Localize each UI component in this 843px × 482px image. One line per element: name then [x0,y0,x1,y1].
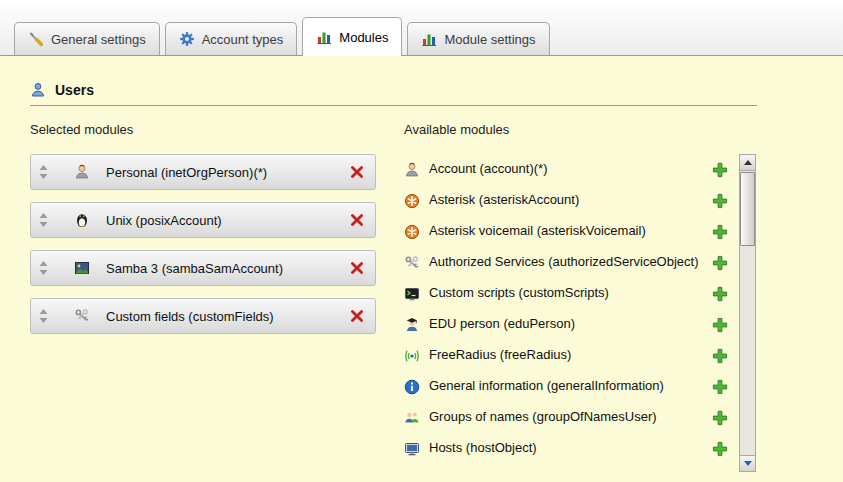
samba-photo-icon [74,260,90,276]
penguin-icon [74,212,90,228]
available-module-row: Asterisk (asteriskAccount) [404,185,734,216]
module-label: Personal (inetOrgPerson)(*) [106,165,349,180]
person-icon [74,164,90,180]
add-module-button[interactable] [712,410,728,426]
add-module-button[interactable] [712,193,728,209]
scroll-down-arrow-icon [744,461,752,466]
bar-chart-icon [421,31,437,47]
section-title: Users [55,82,94,98]
available-module-row: Authorized Services (authorizedServiceOb… [404,247,734,278]
module-label: Groups of names (groupOfNamesUser) [429,407,703,428]
person-icon [404,162,420,178]
selected-modules-column: Selected modules Personal (inetOrgPerson… [30,122,376,472]
lam-configuration-page: General settings Account types Modules M… [0,0,843,472]
selected-modules-heading: Selected modules [30,122,376,138]
module-label: Custom scripts (customScripts) [429,283,703,304]
tab-bar: General settings Account types Modules M… [0,0,843,56]
tab-modules[interactable]: Modules [302,17,402,56]
module-label: Asterisk (asteriskAccount) [429,190,703,211]
selected-module-row[interactable]: Custom fields (customFields) [30,298,376,334]
keys-icon [74,308,90,324]
tab-label: General settings [51,32,146,47]
tab-label: Modules [339,30,388,45]
modules-tab-content: Users Selected modules Personal (inetOrg… [0,56,843,472]
module-label: Custom fields (customFields) [106,309,349,324]
module-label: Authorized Services (authorizedServiceOb… [429,252,703,273]
asterisk-icon [404,193,420,209]
add-module-button[interactable] [712,441,728,457]
module-label: General information (generalInformation) [429,376,703,397]
module-label: Asterisk voicemail (asteriskVoicemail) [429,221,703,242]
module-label: Hosts (hostObject) [429,438,703,459]
terminal-icon [404,286,420,302]
available-modules-list: Account (account)(*) Asterisk (asteriskA… [404,154,756,472]
module-label: Unix (posixAccount) [106,213,349,228]
available-module-row: Hosts (hostObject) [404,433,734,464]
available-module-row: Groups of names (groupOfNamesUser) [404,402,734,433]
keys-icon [404,255,420,271]
add-module-button[interactable] [712,224,728,240]
add-module-button[interactable] [712,162,728,178]
edu-person-icon [404,317,420,333]
module-label: Account (account)(*) [429,159,703,180]
module-label: EDU person (eduPerson) [429,314,703,335]
available-module-row: General information (generalInformation) [404,371,734,402]
bar-chart-icon [316,29,332,45]
available-module-row: Custom scripts (customScripts) [404,278,734,309]
users-section-header: Users [30,82,757,106]
available-modules-column: Available modules Account (account)(*) [404,122,756,472]
available-modules-scrollbar[interactable] [739,154,756,472]
available-module-row: EDU person (eduPerson) [404,309,734,340]
group-icon [404,410,420,426]
selected-module-row[interactable]: Unix (posixAccount) [30,202,376,238]
drag-handle-icon[interactable] [39,261,48,275]
tools-icon [28,31,44,47]
remove-module-button[interactable] [349,260,365,276]
drag-handle-icon[interactable] [39,165,48,179]
tab-module-settings[interactable]: Module settings [407,22,549,55]
remove-module-button[interactable] [349,212,365,228]
selected-module-row[interactable]: Personal (inetOrgPerson)(*) [30,154,376,190]
monitor-icon [404,441,420,457]
drag-handle-icon[interactable] [39,213,48,227]
users-icon [30,82,46,98]
scrollbar-thumb[interactable] [740,172,755,246]
add-module-button[interactable] [712,348,728,364]
remove-module-button[interactable] [349,164,365,180]
asterisk-icon [404,224,420,240]
available-modules-heading: Available modules [404,122,756,138]
tab-account-types[interactable]: Account types [165,22,298,55]
radio-waves-icon [404,348,420,364]
add-module-button[interactable] [712,317,728,333]
selected-module-row[interactable]: Samba 3 (sambaSamAccount) [30,250,376,286]
scroll-up-arrow-icon [744,160,752,165]
tab-label: Account types [202,32,284,47]
scroll-up-button[interactable] [740,155,755,171]
available-module-row: Account (account)(*) [404,154,734,185]
add-module-button[interactable] [712,379,728,395]
add-module-button[interactable] [712,255,728,271]
gear-icon [179,31,195,47]
add-module-button[interactable] [712,286,728,302]
tab-general-settings[interactable]: General settings [14,22,160,55]
available-module-row: FreeRadius (freeRadius) [404,340,734,371]
drag-handle-icon[interactable] [39,309,48,323]
module-label: FreeRadius (freeRadius) [429,345,703,366]
module-label: Samba 3 (sambaSamAccount) [106,261,349,276]
selected-modules-list: Personal (inetOrgPerson)(*) Unix (posixA… [30,154,376,334]
tab-label: Module settings [444,32,535,47]
remove-module-button[interactable] [349,308,365,324]
available-module-row: Asterisk voicemail (asteriskVoicemail) [404,216,734,247]
modules-columns: Selected modules Personal (inetOrgPerson… [30,122,843,472]
info-icon [404,379,420,395]
scroll-down-button[interactable] [740,455,755,471]
